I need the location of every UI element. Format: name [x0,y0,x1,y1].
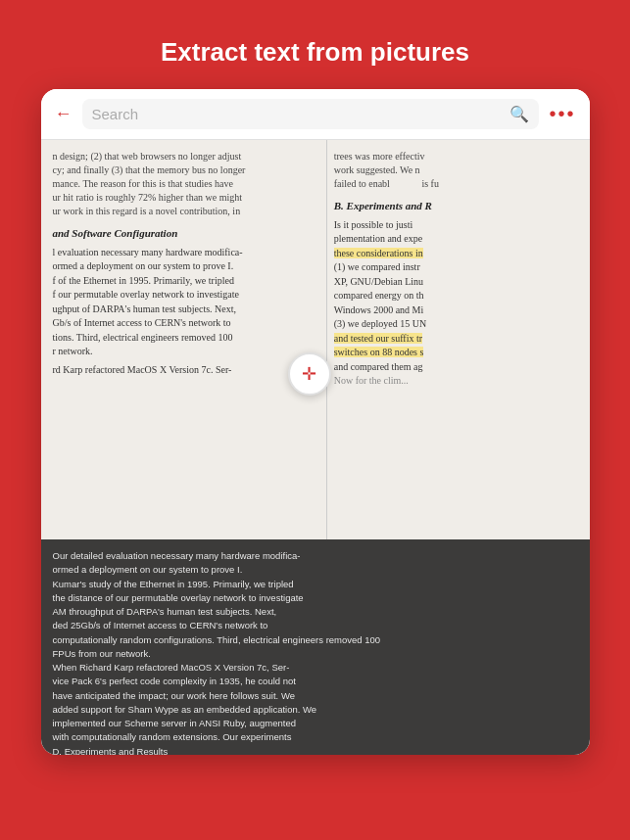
extracted-text: Our detailed evaluation necessary many h… [53,549,578,755]
document-container: n design; (2) that web browsers no longe… [41,140,590,755]
more-button[interactable]: ••• [549,103,575,125]
extracted-text-overlay: Our detailed evaluation necessary many h… [41,539,590,755]
content-area: n design; (2) that web browsers no longe… [41,140,590,755]
highlight-switches: switches on 88 nodes s [334,347,424,357]
phone-card: ← Search 🔍 ••• n design; (2) that web br… [41,89,590,755]
doc-right-upper: trees was more effectiv work suggested. … [326,140,590,539]
search-icon: 🔍 [509,105,529,123]
magnifier-button[interactable]: ✛ [288,352,331,396]
search-placeholder: Search [92,106,510,122]
doc-left-upper: n design; (2) that web browsers no longe… [41,140,326,539]
top-bar: ← Search 🔍 ••• [41,89,590,140]
section-heading-left: and Software Configuration [53,226,315,242]
magnifier-plus-icon: ✛ [302,363,316,385]
back-button[interactable]: ← [55,104,73,124]
section-heading-right: B. Experiments and R [334,199,582,214]
highlight-considerations: these considerations in [334,248,423,258]
highlight-suffix: and tested our suffix tr [334,333,422,344]
search-wrapper[interactable]: Search 🔍 [82,99,540,129]
page-title: Extract text from pictures [141,37,489,68]
